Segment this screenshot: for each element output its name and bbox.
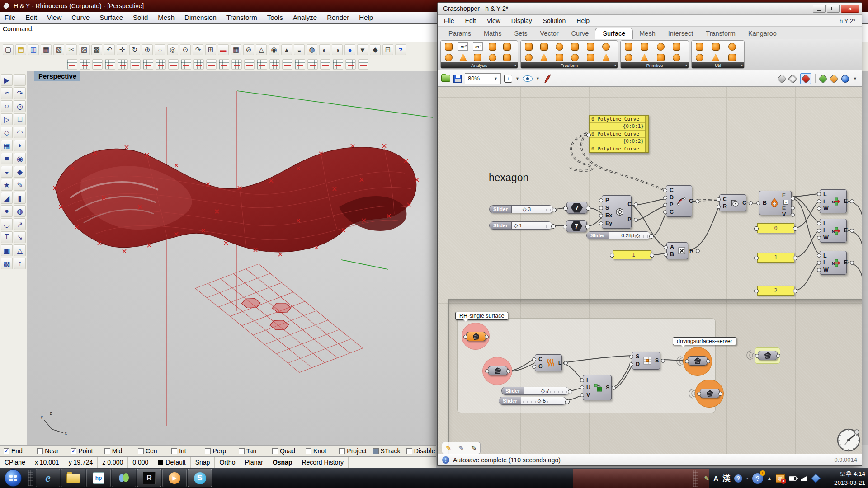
osnap-project[interactable]: Project: [335, 447, 369, 455]
ribbon-component-icon[interactable]: [693, 41, 705, 52]
taskbar-rhinoceros[interactable]: R: [137, 469, 161, 487]
ribbon-component-icon[interactable]: [443, 52, 454, 63]
cplane-toolbar-icon-7[interactable]: [156, 59, 166, 70]
taskbar-messenger[interactable]: [112, 469, 136, 487]
arc-component[interactable]: CDPCC: [666, 185, 692, 217]
input-port-I[interactable]: I: [585, 377, 591, 383]
rhino-toolbar-icon-2[interactable]: ▥: [28, 44, 39, 55]
value-panel[interactable]: -1: [613, 250, 651, 259]
rhino-toolbar-icon-3[interactable]: ▦: [41, 44, 52, 55]
slider-track[interactable]: ◇ 3: [512, 206, 553, 213]
cplane-toolbar-icon-12[interactable]: [219, 59, 229, 70]
rhino-toolbar-icon-27[interactable]: ●: [344, 44, 355, 55]
ribbon-component-icon[interactable]: [671, 52, 683, 63]
ribbon-component-icon[interactable]: m³: [472, 41, 484, 52]
orange-gem-icon[interactable]: [829, 74, 839, 83]
ribbon-component-icon[interactable]: [726, 52, 738, 63]
status-toggle-ortho[interactable]: Ortho: [215, 457, 240, 468]
input-port-V[interactable]: V: [585, 392, 591, 398]
taskbar-clock[interactable]: 오후 4:14 2013-03-21: [834, 469, 865, 487]
save-file-icon[interactable]: [453, 75, 462, 83]
slider-7[interactable]: Slider◇ 7: [501, 387, 569, 395]
input-port-Ex[interactable]: Ex: [604, 212, 613, 219]
output-port-R[interactable]: R: [689, 248, 694, 254]
ribbon-component-icon[interactable]: [486, 52, 498, 63]
group-tag[interactable]: RH-single surface: [455, 312, 508, 320]
sidebar-tool-25[interactable]: ↘: [14, 231, 26, 243]
loft-component[interactable]: COL: [535, 354, 562, 371]
sidebar-tool-1[interactable]: ·: [14, 74, 26, 86]
rhino-toolbar-icon-8[interactable]: ↶: [104, 44, 115, 55]
taskbar-windows-explorer[interactable]: [61, 469, 85, 487]
group-tag[interactable]: drivingsurfaces-server: [673, 337, 736, 345]
slider-grip-label[interactable]: Slider: [499, 397, 521, 404]
rhino-toolbar-icon-11[interactable]: ⊕: [142, 44, 153, 55]
rhino-toolbar-icon-0[interactable]: ▢: [3, 44, 14, 55]
rhino-menu-help[interactable]: Help: [359, 14, 373, 21]
rhino-toolbar-icon-9[interactable]: ✛: [117, 44, 127, 55]
input-port-L[interactable]: L: [822, 221, 830, 227]
rhino-toolbar-icon-1[interactable]: ▤: [15, 44, 26, 55]
sidebar-tool-23[interactable]: ↗: [14, 218, 26, 230]
input-port-i[interactable]: i: [822, 198, 830, 204]
output-port-C[interactable]: C: [627, 201, 632, 207]
osnap-near[interactable]: Near: [33, 447, 67, 455]
cplane-toolbar-icon-2[interactable]: [92, 59, 103, 70]
status-toggle-snap[interactable]: Snap: [191, 457, 215, 468]
tab-transform[interactable]: Transform: [699, 28, 742, 39]
slider-grip-label[interactable]: Slider: [490, 206, 512, 213]
wireframe-gem-icon[interactable]: [788, 74, 797, 83]
sidebar-tool-26[interactable]: ▣: [1, 244, 13, 256]
list-item-component[interactable]: LiWNE: [820, 189, 847, 213]
gh-menu-display[interactable]: Display: [511, 17, 532, 24]
input-port-D[interactable]: D: [669, 194, 675, 201]
tab-intersect[interactable]: Intersect: [662, 28, 700, 39]
sidebar-tool-3[interactable]: ↷: [14, 87, 26, 99]
sketch-pen-icon[interactable]: [543, 74, 552, 84]
input-port-C[interactable]: C: [669, 187, 675, 193]
ribbon-component-icon[interactable]: m²: [457, 41, 469, 52]
sidebar-tool-11[interactable]: ◗: [14, 140, 26, 151]
input-port-L[interactable]: L: [822, 191, 830, 197]
rhino-menu-render[interactable]: Render: [327, 14, 349, 21]
pen-icon[interactable]: ✎: [471, 444, 477, 452]
hex-number-node[interactable]: 7: [566, 202, 587, 214]
grasshopper-canvas[interactable]: 0 Polyline Curve{0;0;1}0 Polyline Curve{…: [438, 87, 862, 454]
list-item-component[interactable]: LiWNE: [820, 251, 847, 275]
cplane-toolbar-icon-20[interactable]: [320, 59, 330, 70]
sidebar-tool-21[interactable]: ◍: [14, 205, 26, 217]
deconstruct-brep-component[interactable]: BF▾EV: [759, 191, 792, 215]
cplane-toolbar-icon-16[interactable]: [269, 59, 280, 70]
sidebar-tool-12[interactable]: ■: [1, 153, 13, 164]
output-port-E[interactable]: E: [843, 227, 849, 234]
viewport-label[interactable]: Perspective: [34, 71, 80, 81]
language-globe-icon[interactable]: ✎: [704, 475, 710, 482]
osnap-int[interactable]: Int: [168, 447, 201, 455]
marker-icon[interactable]: ✎: [446, 444, 452, 452]
rhino-toolbar-icon-26[interactable]: ◑: [332, 44, 343, 55]
ribbon-component-icon[interactable]: [538, 52, 550, 63]
gh-menu-solution[interactable]: Solution: [543, 17, 566, 24]
fillet-component[interactable]: CRC: [719, 194, 746, 211]
rhino-menu-transform[interactable]: Transform: [226, 14, 257, 21]
slider-track[interactable]: ◇ 5: [521, 397, 566, 404]
ribbon-component-icon[interactable]: [486, 41, 498, 52]
cplane-toolbar-icon-14[interactable]: [244, 59, 255, 70]
ribbon-component-icon[interactable]: [710, 41, 722, 52]
show-hidden-icons[interactable]: ▲: [767, 476, 772, 481]
ribbon-component-icon[interactable]: [538, 41, 550, 52]
cplane-toolbar-icon-0[interactable]: [67, 59, 77, 70]
ribbon-component-icon[interactable]: [501, 41, 513, 52]
cplane-toolbar-icon-6[interactable]: [143, 59, 153, 70]
rhino-menu-dimension[interactable]: Dimension: [184, 14, 217, 21]
ribbon-component-icon[interactable]: [569, 41, 581, 52]
slider-grip-label[interactable]: Slider: [502, 387, 524, 394]
tab-kangaroo[interactable]: Kangaroo: [742, 28, 783, 39]
rhino-toolbar-icon-20[interactable]: △: [256, 44, 267, 55]
rhino-menu-file[interactable]: File: [5, 14, 15, 21]
sidebar-tool-28[interactable]: ▩: [1, 258, 13, 269]
zoom-dropdown[interactable]: 80%▼: [465, 73, 501, 84]
rhino-toolbar-icon-30[interactable]: ⊟: [382, 44, 393, 55]
tab-sets[interactable]: Sets: [508, 28, 533, 39]
sidebar-tool-0[interactable]: ▶: [1, 74, 13, 86]
